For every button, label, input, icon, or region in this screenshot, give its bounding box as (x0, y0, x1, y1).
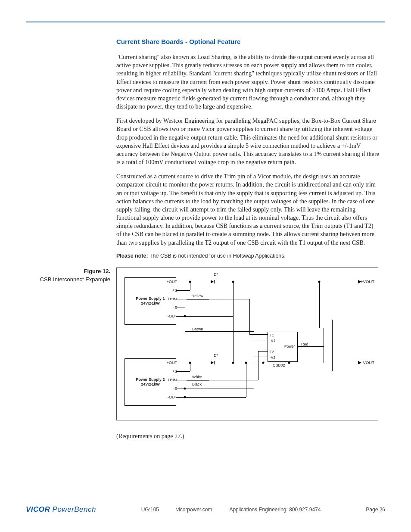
ps2-pin-pout: +OUT (160, 361, 177, 365)
wire-yellow: Yellow (192, 294, 203, 298)
footer-appeng: Applications Engineering: 800 927.9474 (229, 507, 321, 513)
top-rule (26, 22, 385, 22)
csb-v2: -V2 (270, 355, 275, 360)
csb-t1: T1 (270, 333, 274, 337)
wire-red: Red (301, 342, 308, 346)
figure-caption: Figure 12. CSB Interconnect Expample (26, 268, 110, 284)
ps1-pin-ns: -S (160, 305, 177, 310)
ps2-pin-nout: -OUT (160, 395, 177, 399)
csb-label: CSB02 (273, 363, 285, 367)
csb-power: Power (284, 344, 295, 348)
ps2-pin-ps: +S (160, 369, 177, 373)
logo-powerbench: PowerBench (50, 505, 96, 513)
csb-t2: T2 (270, 350, 274, 354)
wire-white: White (192, 375, 202, 379)
vout-plus: +VOUT (361, 279, 374, 284)
note-label: Please note: (116, 253, 148, 259)
ps1-pin-pout: +OUT (160, 280, 177, 284)
csb-v1: -V1 (270, 339, 275, 343)
paragraph-3: Constructed as a current source to drive… (116, 172, 379, 247)
paragraph-2: First developed by Westcor Engineering f… (116, 117, 379, 166)
page-footer: VICOR PowerBench UG:105 vicorpower.com A… (26, 505, 385, 514)
d-label-2: D* (214, 353, 218, 358)
ps2-pin-trim: TRIM (160, 378, 177, 382)
logo-vicor: VICOR (26, 505, 50, 513)
note-text: The CSB is not intended for use in Hotsw… (148, 253, 286, 259)
footer-site: vicorpower.com (176, 507, 212, 513)
csb-box: T1 -V1 Power T2 -V2 (268, 332, 298, 362)
d-label-1: D* (214, 272, 218, 277)
footer-ug: UG:105 (141, 507, 159, 513)
paragraph-1: "Current sharing" also known as Load Sha… (116, 53, 379, 111)
ps1-pin-ps: +S (160, 288, 177, 292)
ps1-pin-trim: TRIM (160, 297, 177, 301)
wire-brown: Brown (192, 327, 203, 331)
ps2-pin-ns: -S (160, 386, 177, 391)
vout-minus: -VOUT (361, 360, 374, 365)
note: Please note: The CSB is not intended for… (116, 253, 379, 259)
figure-caption-text: CSB Interconnect Expample (40, 276, 110, 283)
figure-number: Figure 12. (26, 268, 110, 276)
requirements-ref: (Requirements on page 27.) (116, 432, 385, 440)
vicor-logo: VICOR PowerBench (26, 505, 96, 514)
wire-black: Black (192, 382, 202, 386)
footer-page: Page 26 (366, 507, 385, 513)
csb-diagram: Power Supply 1 24V@1kW +OUT +S TRIM -S -… (116, 268, 378, 420)
ps1-pin-nout: -OUT (160, 314, 177, 318)
section-heading: Current Share Boards - Optional Feature (116, 38, 379, 45)
